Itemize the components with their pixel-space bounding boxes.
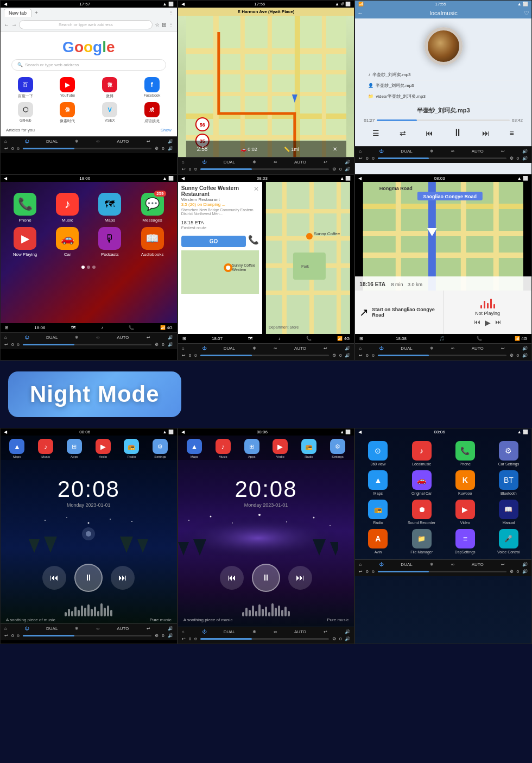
next-btn[interactable]: ⏭: [482, 129, 490, 137]
curve-btn[interactable]: ↩: [145, 138, 152, 144]
playlist-item-2[interactable]: 👤 半壶纱_刘珂矣.mp3: [364, 80, 523, 91]
phone-call-icon[interactable]: 📞: [248, 235, 259, 245]
grid-icon-4[interactable]: ⊞: [5, 325, 9, 330]
shortcut-baidu[interactable]: 百 百度一下: [6, 77, 45, 99]
next-btn-n2[interactable]: ⏭: [288, 566, 312, 590]
forward-btn[interactable]: →: [11, 22, 17, 28]
night-music-2[interactable]: ♪ Music: [216, 439, 231, 458]
new-tab-btn[interactable]: +: [35, 10, 38, 16]
nav-view-6[interactable]: Saogliao Gongye Road Hongma Road 18:16 E…: [355, 182, 531, 291]
map-icon-4[interactable]: 🗺: [71, 325, 75, 330]
tiktok-icon-6[interactable]: 🎵: [439, 336, 445, 341]
night-apps-1[interactable]: ⊞ Apps: [67, 439, 82, 458]
back-arrow-2[interactable]: ◀: [181, 2, 185, 7]
heart-icon[interactable]: ♡: [524, 10, 529, 17]
night-maps-2[interactable]: ▲ Maps: [187, 439, 202, 458]
fan-ctrl[interactable]: ⚙: [153, 146, 160, 152]
seat-btn[interactable]: ⎊: [15, 146, 21, 152]
app-voicecontrol[interactable]: 🎤 Voice Control: [489, 529, 528, 554]
google-search-box[interactable]: 🔍 Search or type web address: [11, 59, 166, 71]
play-btn-6[interactable]: ▶: [485, 318, 491, 327]
prev-btn-n2[interactable]: ⏮: [220, 566, 244, 590]
snow-btn[interactable]: ❄: [73, 138, 80, 144]
prev-btn-n1[interactable]: ⏮: [42, 566, 66, 590]
auto-btn[interactable]: AUTO: [115, 138, 130, 144]
tab-label[interactable]: New tab: [4, 9, 31, 17]
power-btn[interactable]: ⏻: [23, 138, 30, 144]
home-btn[interactable]: ⌂: [3, 138, 9, 144]
fwd-btn[interactable]: ⏭: [495, 318, 502, 327]
night-radio-2[interactable]: 📻 Radio: [301, 439, 316, 458]
shortcut-pixel[interactable]: 像 像素时代: [48, 102, 87, 124]
carplay-maps[interactable]: 🗺 Maps: [91, 193, 129, 223]
music-icon-5[interactable]: ♪: [278, 336, 281, 341]
app-radio[interactable]: 📻 Radio: [358, 500, 397, 525]
phone-icon-4[interactable]: 📞: [129, 325, 134, 330]
carplay-audiobooks[interactable]: 📖 Audiobooks: [133, 227, 171, 257]
night-radio-1[interactable]: 📻 Radio: [124, 439, 139, 458]
grid-icon-6[interactable]: ⊞: [359, 336, 363, 341]
back-ctrl[interactable]: ↩: [3, 146, 10, 152]
night-vedio-2[interactable]: ▶ Vedio: [273, 439, 288, 458]
pause-btn-n1[interactable]: ⏸: [74, 564, 103, 592]
home-btn-2[interactable]: ⌂: [180, 159, 186, 165]
app-dspsettings[interactable]: ≡ DspSettings: [446, 529, 485, 554]
app-bluetooth[interactable]: BT Bluetooth: [489, 470, 528, 495]
url-input[interactable]: Search or type web address: [19, 20, 153, 29]
phone-icon-5[interactable]: 📞: [306, 336, 312, 341]
app-phone[interactable]: 📞 Phone: [446, 441, 485, 466]
night-apps-2[interactable]: ⊞ Apps: [244, 439, 259, 458]
star-icon[interactable]: ☆: [155, 22, 160, 28]
back-arrow[interactable]: ◀: [4, 2, 7, 7]
back-arrow-n3[interactable]: ◀: [358, 430, 362, 434]
carplay-podcasts[interactable]: 🎙 Podcasts: [91, 227, 129, 257]
tab-count[interactable]: ⊞: [162, 22, 166, 28]
app-360view[interactable]: ⊙ 360 view: [358, 441, 397, 466]
prev-btn[interactable]: ⏮: [426, 129, 433, 137]
grid-icon-5[interactable]: ⊞: [182, 336, 186, 341]
map-view[interactable]: 56 35 2:58 🚗 0:02 📏 1mi ✕: [178, 16, 354, 157]
night-maps-1[interactable]: ▲ Maps: [9, 439, 24, 458]
chrome-menu[interactable]: ⋮: [168, 10, 174, 16]
night-settings-2[interactable]: ⚙ Settings: [330, 439, 345, 458]
next-btn-n1[interactable]: ⏭: [111, 566, 135, 590]
music-icon-4[interactable]: ♪: [101, 325, 103, 330]
app-soundrecorder[interactable]: ⏺ Sound Recorder: [402, 500, 441, 525]
app-manual[interactable]: 📖 Manual: [489, 500, 528, 525]
shuffle-btn[interactable]: ⇄: [400, 129, 406, 137]
back-arrow-n2[interactable]: ◀: [181, 430, 185, 434]
pause-btn-n2[interactable]: ⏸: [252, 564, 280, 592]
back-arrow-6[interactable]: ◀: [358, 176, 362, 181]
app-kuwooo[interactable]: K Kuwooo: [446, 470, 485, 495]
app-maps[interactable]: ▲ Maps: [358, 470, 397, 495]
vol-ctrl[interactable]: 🔊: [166, 146, 175, 152]
link-btn[interactable]: ∞: [95, 138, 102, 144]
temp-slider[interactable]: [23, 148, 151, 149]
shortcut-vsex[interactable]: V VSEX: [90, 102, 129, 124]
playlist-btn[interactable]: ☰: [372, 129, 379, 137]
map-panel-5[interactable]: Sunny Coffee Park Department Store: [262, 182, 354, 334]
shortcut-facebook[interactable]: f Facebook: [132, 77, 172, 99]
app-video[interactable]: ▶ Video: [446, 500, 485, 525]
back-btn[interactable]: ←: [4, 22, 9, 28]
app-carsettings[interactable]: ⚙ Car Settings: [489, 441, 528, 466]
menu-icon[interactable]: ⋮: [168, 22, 174, 28]
shortcut-chengyu[interactable]: 成 成语接龙: [132, 102, 172, 124]
app-originalcar[interactable]: 🚗 Original Car: [402, 470, 441, 495]
shortcut-youtube[interactable]: ▶ YouTube: [48, 77, 87, 99]
back-arrow-4[interactable]: ◀: [4, 176, 7, 181]
app-avin[interactable]: A Avin: [358, 529, 397, 554]
rew-btn[interactable]: ⏮: [474, 318, 480, 327]
shortcut-weibo[interactable]: 微 微博: [90, 77, 129, 99]
playlist-item-1[interactable]: ♪ 半壶纱_刘珂矣.mp3: [364, 70, 523, 80]
dual-btn[interactable]: DUAL: [45, 138, 59, 144]
go-button[interactable]: GO: [181, 236, 246, 247]
night-music-1[interactable]: ♪ Music: [38, 439, 53, 458]
night-vedio-1[interactable]: ▶ Vedio: [96, 439, 111, 458]
app-filemanager[interactable]: 📁 File Manager: [402, 529, 441, 554]
power-btn-2[interactable]: ⏻: [200, 159, 208, 165]
back-arrow-5[interactable]: ◀: [181, 176, 185, 181]
map-icon-5[interactable]: 🗺: [248, 336, 252, 341]
progress-bar[interactable]: [377, 119, 510, 121]
back-arrow-music[interactable]: ←: [357, 10, 363, 16]
